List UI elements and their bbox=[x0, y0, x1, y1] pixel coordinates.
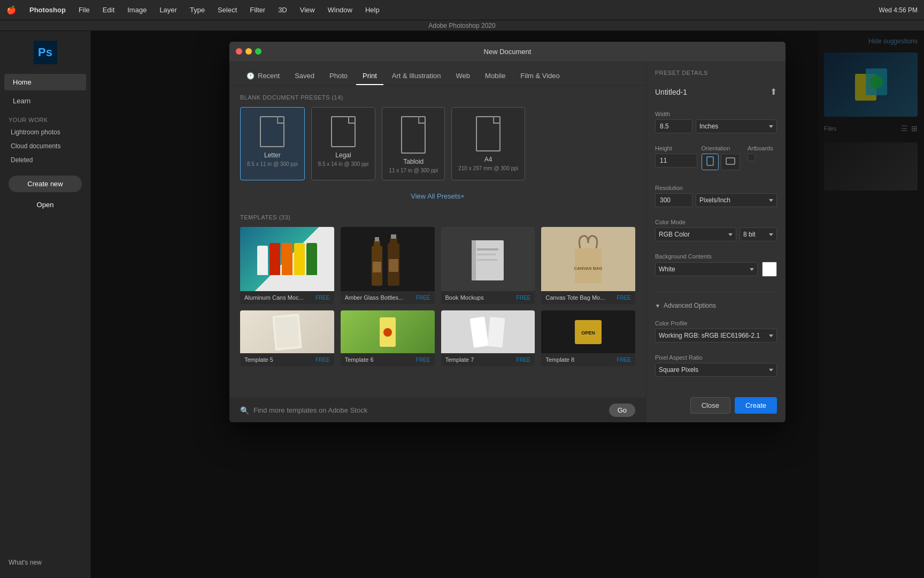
create-button[interactable]: Create bbox=[735, 397, 777, 414]
template-name-6: Template 6 bbox=[345, 356, 374, 363]
color-mode-select[interactable]: RGB Color CMYK Color Grayscale bbox=[655, 227, 736, 241]
pixel-aspect-label: Pixel Aspect Ratio bbox=[655, 354, 777, 361]
template-info-3: Book Mockups FREE bbox=[441, 291, 535, 304]
artboards-label: Artboards bbox=[748, 145, 777, 151]
cans-illustration bbox=[252, 238, 322, 280]
preset-tabloid-icon bbox=[401, 116, 426, 154]
resolution-input[interactable] bbox=[655, 193, 692, 207]
template-thumb-8: OPEN bbox=[541, 310, 635, 353]
bottles-illustration bbox=[366, 230, 409, 288]
close-window-button[interactable] bbox=[236, 48, 242, 55]
menu-3d[interactable]: 3D bbox=[276, 5, 289, 15]
maximize-window-button[interactable] bbox=[255, 48, 261, 55]
menu-edit[interactable]: Edit bbox=[101, 5, 117, 15]
app-menu-photoshop[interactable]: Photoshop bbox=[27, 5, 68, 15]
template-5[interactable]: Template 5 FREE bbox=[240, 310, 334, 366]
height-input[interactable] bbox=[655, 154, 697, 168]
background-color-swatch[interactable] bbox=[762, 262, 777, 277]
tab-art-illustration[interactable]: Art & Illustration bbox=[386, 67, 448, 85]
width-label: Width bbox=[655, 111, 777, 117]
tab-photo[interactable]: Photo bbox=[323, 67, 354, 85]
svg-text:CANVAS BAG: CANVAS BAG bbox=[574, 266, 603, 271]
background-contents-select[interactable]: White Black Transparent Background Color bbox=[655, 262, 758, 276]
template-7[interactable]: Template 7 FREE bbox=[441, 310, 535, 366]
height-field-group: Height bbox=[655, 145, 697, 168]
resolution-row: Pixels/Inch Pixels/Centimeter bbox=[655, 193, 777, 207]
tab-film-video[interactable]: Film & Video bbox=[514, 67, 566, 85]
color-profile-field-group: Color Profile Working RGB: sRGB IEC61966… bbox=[655, 320, 777, 343]
template-aluminum-cans[interactable]: Aluminum Cans Moc... FREE bbox=[240, 227, 334, 304]
menu-image[interactable]: Image bbox=[125, 5, 149, 15]
menu-file[interactable]: File bbox=[76, 5, 92, 15]
modal-scroll-area[interactable]: BLANK DOCUMENT PRESETS (14) Letter 8.5 x… bbox=[229, 86, 646, 398]
template-info-8: Template 8 FREE bbox=[541, 353, 635, 366]
tab-print[interactable]: Print bbox=[356, 67, 383, 85]
menu-window[interactable]: Window bbox=[326, 5, 355, 15]
menu-layer[interactable]: Layer bbox=[157, 5, 179, 15]
resolution-unit-select[interactable]: Pixels/Inch Pixels/Centimeter bbox=[696, 193, 777, 207]
menu-type[interactable]: Type bbox=[188, 5, 207, 15]
sidebar-item-home[interactable]: Home bbox=[4, 74, 86, 90]
preset-tabloid[interactable]: Tabloid 11 x 17 in @ 300 ppi bbox=[382, 107, 445, 180]
pixel-aspect-select[interactable]: Square Pixels bbox=[655, 363, 777, 377]
template-canvas-tote[interactable]: CANVAS BAG Canvas Tote Bag Mo... FREE bbox=[541, 227, 635, 304]
preset-legal[interactable]: Legal 8.5 x 14 in @ 300 ppi bbox=[311, 107, 376, 180]
svg-rect-24 bbox=[726, 158, 735, 164]
svg-point-18 bbox=[383, 328, 392, 337]
document-name-input[interactable] bbox=[655, 88, 770, 96]
minimize-window-button[interactable] bbox=[245, 48, 252, 55]
sidebar-item-lightroom[interactable]: Lightroom photos bbox=[0, 125, 90, 139]
menu-select[interactable]: Select bbox=[215, 5, 239, 15]
advanced-options-label: Advanced Options bbox=[664, 302, 716, 309]
resolution-field-group: Resolution Pixels/Inch Pixels/Centimeter bbox=[655, 185, 777, 207]
svg-rect-6 bbox=[391, 234, 396, 239]
search-input[interactable] bbox=[253, 406, 605, 414]
height-label: Height bbox=[655, 145, 697, 151]
sidebar-item-deleted[interactable]: Deleted bbox=[0, 153, 90, 167]
preset-a4[interactable]: A4 210 x 297 mm @ 300 ppi bbox=[451, 107, 525, 180]
preset-tabloid-size: 11 x 17 in @ 300 ppi bbox=[389, 168, 438, 173]
template-8[interactable]: OPEN Template 8 FREE bbox=[541, 310, 635, 366]
book-illustration bbox=[461, 230, 514, 288]
preset-letter[interactable]: Letter 8.5 x 11 in @ 300 ppi bbox=[240, 107, 305, 180]
template-book-mockups[interactable]: Book Mockups FREE bbox=[441, 227, 535, 304]
modal-tabs: 🕐 Recent Saved Photo Print bbox=[229, 61, 646, 86]
close-button[interactable]: Close bbox=[690, 397, 730, 414]
go-button[interactable]: Go bbox=[609, 404, 635, 417]
advanced-options-toggle[interactable]: ▼ Advanced Options bbox=[655, 302, 777, 309]
modal-body: 🕐 Recent Saved Photo Print bbox=[229, 61, 786, 422]
template-amber-bottles[interactable]: Amber Glass Bottles... FREE bbox=[341, 227, 435, 304]
menu-view[interactable]: View bbox=[298, 5, 317, 15]
width-input[interactable] bbox=[655, 119, 692, 133]
color-depth-select[interactable]: 8 bit 16 bit 32 bit bbox=[740, 227, 777, 241]
preset-letter-size: 8.5 x 11 in @ 300 ppi bbox=[247, 161, 298, 167]
preset-letter-name: Letter bbox=[264, 151, 281, 159]
template-thumb-4: CANVAS BAG bbox=[541, 227, 635, 291]
tab-mobile[interactable]: Mobile bbox=[479, 67, 512, 85]
preset-legal-size: 8.5 x 14 in @ 300 ppi bbox=[318, 161, 369, 167]
svg-text:OPEN: OPEN bbox=[581, 330, 595, 336]
svg-rect-11 bbox=[477, 254, 496, 255]
width-unit-select[interactable]: Inches Pixels Centimeters Millimeters bbox=[696, 119, 777, 133]
whats-new-link[interactable]: What's new bbox=[0, 552, 90, 573]
open-button[interactable]: Open bbox=[9, 196, 82, 213]
view-all-presets-button[interactable]: View All Presets+ bbox=[240, 187, 635, 206]
menu-help[interactable]: Help bbox=[363, 5, 382, 15]
save-preset-icon[interactable]: ⬆ bbox=[770, 87, 777, 97]
menu-filter[interactable]: Filter bbox=[248, 5, 267, 15]
template-6[interactable]: Template 6 FREE bbox=[341, 310, 435, 366]
tab-recent[interactable]: 🕐 Recent bbox=[240, 67, 286, 85]
tab-saved[interactable]: Saved bbox=[288, 67, 321, 85]
sidebar-item-cloud[interactable]: Cloud documents bbox=[0, 139, 90, 153]
create-new-button[interactable]: Create new bbox=[9, 176, 82, 192]
portrait-button[interactable] bbox=[702, 154, 719, 170]
artboards-checkbox[interactable] bbox=[748, 154, 755, 161]
sidebar-item-learn[interactable]: Learn bbox=[4, 93, 86, 109]
template-info-2: Amber Glass Bottles... FREE bbox=[341, 291, 435, 304]
apple-menu[interactable]: 🍎 bbox=[6, 5, 17, 15]
color-profile-select[interactable]: Working RGB: sRGB IEC61966-2.1 bbox=[655, 329, 777, 343]
preset-a4-icon bbox=[476, 116, 500, 151]
tab-web[interactable]: Web bbox=[450, 67, 477, 85]
resolution-label: Resolution bbox=[655, 185, 777, 191]
landscape-button[interactable] bbox=[721, 154, 740, 170]
